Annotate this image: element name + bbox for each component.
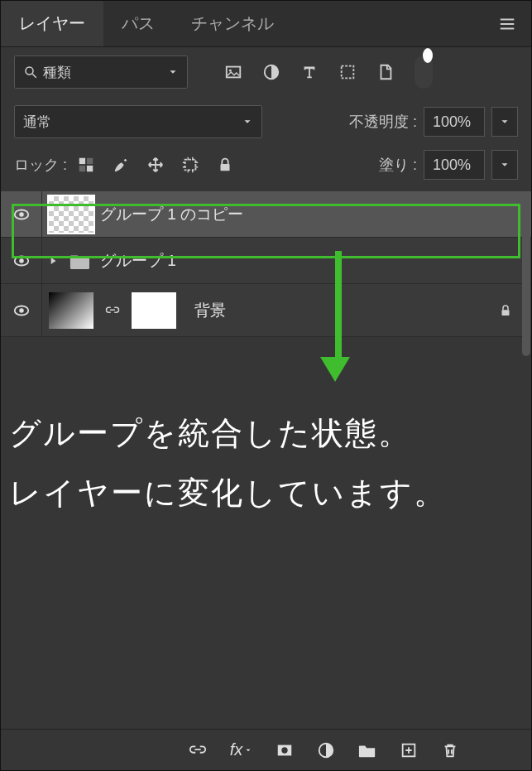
svg-rect-18 <box>502 310 510 316</box>
annotation-arrow <box>332 251 345 383</box>
search-icon <box>23 65 38 80</box>
expand-caret-icon[interactable] <box>47 255 65 267</box>
add-mask-icon[interactable] <box>276 741 294 759</box>
link-layers-icon[interactable] <box>189 741 207 759</box>
fill-group: 塗り : 100% <box>379 150 518 180</box>
visibility-toggle[interactable] <box>1 284 42 336</box>
svg-rect-6 <box>79 158 85 164</box>
panel-menu-icon[interactable] <box>483 1 531 46</box>
fill-chevron[interactable] <box>491 150 518 180</box>
annotation-line2: レイヤーに変化しています。 <box>9 463 523 523</box>
folder-icon <box>69 252 92 270</box>
filter-row: 種類 <box>1 47 531 97</box>
svg-rect-7 <box>87 158 93 164</box>
opacity-group: 不透明度 : 100% <box>349 107 518 137</box>
visibility-toggle[interactable] <box>1 238 42 283</box>
link-icon[interactable] <box>105 303 120 318</box>
mask-thumbnail[interactable] <box>132 292 176 329</box>
layer-fx-icon[interactable]: fx <box>230 740 253 759</box>
filter-pixel-icon[interactable] <box>224 63 242 81</box>
annotation-text: グループを統合した状態。 レイヤーに変化しています。 <box>9 403 523 523</box>
blend-mode-select[interactable]: 通常 <box>14 105 262 138</box>
blend-row: 通常 不透明度 : 100% <box>1 97 531 147</box>
lock-icon <box>498 303 513 318</box>
layer-row-merged-copy[interactable]: グループ 1 のコピー <box>1 191 531 238</box>
svg-rect-10 <box>185 160 196 171</box>
layer-row-group1[interactable]: グループ 1 <box>1 238 531 284</box>
opacity-chevron[interactable] <box>491 107 518 137</box>
svg-point-20 <box>282 747 288 753</box>
filter-type-icon[interactable] <box>300 63 319 81</box>
svg-point-13 <box>19 212 24 217</box>
filter-toggle[interactable] <box>415 55 433 89</box>
fill-value[interactable]: 100% <box>424 150 485 180</box>
visibility-toggle[interactable] <box>1 191 42 237</box>
lock-position-icon[interactable] <box>146 156 165 174</box>
filter-kind-label: 種類 <box>43 63 71 82</box>
new-group-icon[interactable] <box>358 741 376 759</box>
filter-adjustment-icon[interactable] <box>262 63 280 81</box>
svg-rect-11 <box>221 164 230 171</box>
scrollbar[interactable] <box>522 207 530 356</box>
new-layer-icon[interactable] <box>400 741 418 759</box>
svg-point-0 <box>26 67 33 75</box>
layer-name[interactable]: グループ 1 のコピー <box>100 204 243 225</box>
adjustment-layer-icon[interactable] <box>317 741 335 759</box>
layer-name[interactable]: グループ 1 <box>100 250 176 272</box>
tab-paths[interactable]: パス <box>103 1 173 46</box>
svg-rect-8 <box>79 166 85 171</box>
layer-row-background[interactable]: 背景 <box>1 284 531 337</box>
panel-tabs: レイヤー パス チャンネル <box>1 1 531 47</box>
lock-label: ロック : <box>14 155 67 175</box>
lock-row: ロック : 塗り : 100% <box>1 147 531 191</box>
blend-mode-label: 通常 <box>23 113 51 132</box>
layers-list: グループ 1 のコピー グループ 1 背景 <box>1 191 531 337</box>
filter-smartobject-icon[interactable] <box>376 63 395 81</box>
tab-channels[interactable]: チャンネル <box>173 1 292 46</box>
filter-shape-icon[interactable] <box>338 63 357 81</box>
filter-type-icons <box>224 55 433 89</box>
filter-kind-select[interactable]: 種類 <box>14 55 188 89</box>
svg-line-1 <box>32 74 36 78</box>
svg-point-15 <box>19 258 24 263</box>
toggle-thumb <box>423 48 433 63</box>
delete-layer-icon[interactable] <box>441 741 459 759</box>
layer-name[interactable]: 背景 <box>194 300 226 321</box>
lock-image-icon[interactable] <box>112 156 130 174</box>
fill-label: 塗り : <box>379 155 417 175</box>
chevron-down-icon <box>167 66 179 78</box>
svg-rect-9 <box>87 166 93 171</box>
opacity-value[interactable]: 100% <box>424 107 485 137</box>
annotation-area: グループを統合した状態。 レイヤーに変化しています。 <box>1 337 531 729</box>
lock-artboard-icon[interactable] <box>181 156 199 174</box>
svg-rect-5 <box>342 66 354 79</box>
chevron-down-icon <box>242 116 253 128</box>
opacity-label: 不透明度 : <box>349 112 417 132</box>
lock-icons <box>77 156 234 174</box>
bottom-toolbar: fx <box>1 729 531 770</box>
lock-all-icon[interactable] <box>216 156 234 174</box>
svg-rect-2 <box>227 67 241 78</box>
annotation-line1: グループを統合した状態。 <box>9 403 523 463</box>
tab-layers[interactable]: レイヤー <box>1 1 103 46</box>
layer-thumbnail[interactable] <box>49 292 93 329</box>
layers-panel: レイヤー パス チャンネル 種類 <box>0 0 532 771</box>
lock-transparency-icon[interactable] <box>77 156 95 174</box>
layer-thumbnail[interactable] <box>49 196 93 233</box>
svg-point-17 <box>19 308 24 313</box>
